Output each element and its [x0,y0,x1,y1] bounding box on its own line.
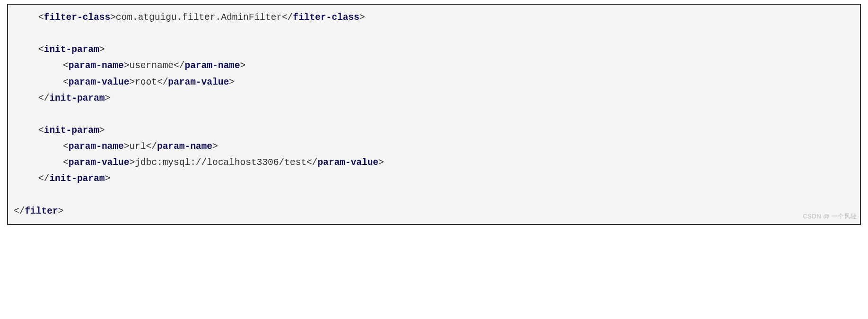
bracket: > [359,12,365,23]
bracket: > [129,157,135,168]
xml-tag: filter-class [293,12,359,23]
bracket: </ [14,206,25,216]
bracket: > [212,141,218,152]
xml-tag: param-name [184,60,240,71]
bracket: > [229,77,235,87]
code-line: <param-value>root</param-value> [14,74,854,90]
xml-tag: param-name [69,60,124,71]
xml-text: root [135,77,157,87]
code-line: <filter-class>com.atguigu.filter.AdminFi… [14,9,854,26]
bracket: > [124,141,130,152]
bracket: < [38,44,44,55]
xml-tag: param-value [69,77,130,87]
xml-tag: init-param [49,173,105,184]
xml-tag: param-name [69,141,124,152]
bracket: < [63,60,69,71]
xml-tag: param-name [157,141,212,152]
bracket: > [99,125,105,136]
blank-line [14,106,854,122]
bracket: </ [307,157,317,168]
xml-text: url [129,141,146,152]
code-line: <init-param> [14,42,854,58]
bracket: < [63,141,69,152]
watermark-text: CSDN @ 一个风轻 [803,211,857,222]
code-line: <init-param> [14,122,854,138]
bracket: > [105,173,110,184]
xml-tag: param-value [317,157,378,168]
bracket: > [99,44,105,55]
bracket: > [58,206,64,216]
bracket: < [38,125,44,136]
bracket: > [110,12,116,23]
blank-line [14,187,854,203]
xml-tag: init-param [44,125,99,136]
xml-tag: init-param [49,93,105,103]
xml-tag: param-value [69,157,130,168]
code-line: </filter> [14,203,854,219]
code-line: <param-name>url</param-name> [14,138,854,155]
bracket: </ [282,12,293,23]
xml-text: com.atguigu.filter.AdminFilter [116,12,282,23]
xml-text: username [129,60,174,71]
bracket: > [124,60,130,71]
bracket: > [240,60,246,71]
bracket: < [63,157,69,168]
xml-tag: init-param [44,44,99,55]
bracket: > [378,157,384,168]
xml-tag: param-value [168,77,229,87]
bracket: < [63,77,69,87]
code-line: <param-name>username</param-name> [14,58,854,74]
bracket: > [105,93,110,103]
bracket: </ [174,60,184,71]
bracket: </ [157,77,168,87]
xml-text: jdbc:mysql://localhost3306/test [135,157,307,168]
code-block: <filter-class>com.atguigu.filter.AdminFi… [7,4,861,225]
bracket: </ [38,173,49,184]
xml-tag: filter [25,206,58,216]
bracket: </ [146,141,157,152]
bracket: </ [38,93,49,103]
code-line: </init-param> [14,90,854,106]
xml-tag: filter-class [44,12,110,23]
bracket: < [38,12,44,23]
code-line: </init-param> [14,171,854,187]
code-line: <param-value>jdbc:mysql://localhost3306/… [14,155,854,171]
blank-line [14,26,854,42]
bracket: > [129,77,135,87]
